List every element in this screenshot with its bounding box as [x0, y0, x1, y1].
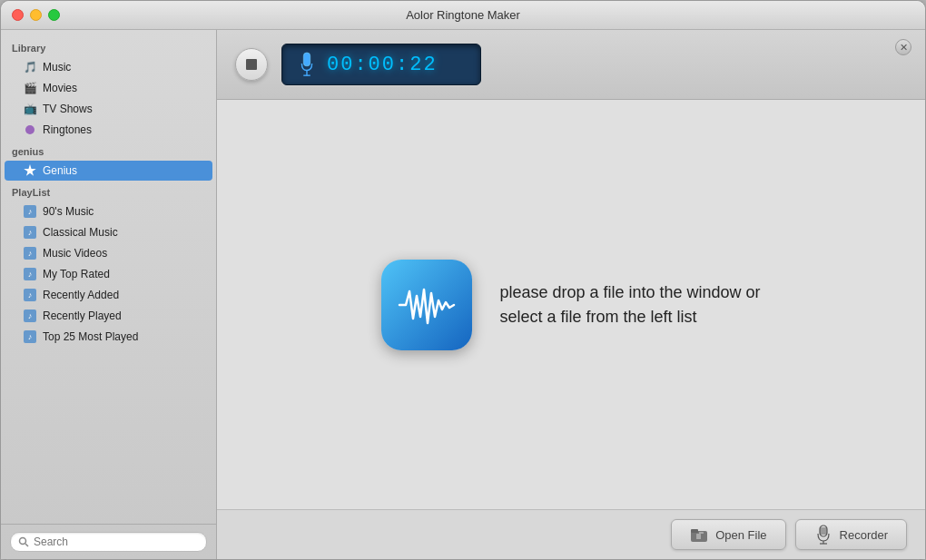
music-icon: 🎵	[23, 60, 37, 74]
svg-point-0	[20, 538, 26, 545]
right-panel: ✕ 00:00:22	[217, 30, 925, 559]
stop-icon	[246, 59, 257, 70]
sidebar-item-recently-added-label: Recently Added	[43, 289, 119, 301]
recorder-label: Recorder	[840, 528, 888, 542]
drop-message: please drop a file into the window or se…	[499, 280, 760, 329]
search-icon	[18, 536, 29, 547]
ringtone-icon	[23, 123, 37, 137]
mic-indicator	[300, 52, 313, 77]
sidebar-item-recently-added[interactable]: ♪ Recently Added	[5, 285, 212, 305]
sidebar-item-top25-label: Top 25 Most Played	[43, 330, 138, 343]
sidebar-item-music[interactable]: 🎵 Music	[5, 57, 212, 77]
close-button[interactable]	[12, 9, 24, 21]
library-header: Library	[1, 37, 216, 56]
sidebar-scroll: Library 🎵 Music 🎬 Movies 📺 TV Shows	[1, 30, 216, 524]
app-window: Aolor Ringtone Maker Library 🎵 Music 🎬 M…	[0, 0, 926, 560]
maximize-button[interactable]	[48, 9, 60, 21]
waveform-icon	[395, 282, 458, 328]
open-file-label: Open File	[715, 528, 766, 542]
main-content: Library 🎵 Music 🎬 Movies 📺 TV Shows	[1, 30, 925, 559]
drop-message-line1: please drop a file into the window or	[499, 283, 760, 301]
sidebar-item-classical-label: Classical Music	[43, 226, 118, 239]
folder-music-icon	[690, 526, 708, 543]
drop-zone: please drop a file into the window or se…	[217, 100, 925, 509]
playlist-icon-recently-played: ♪	[23, 309, 37, 323]
sidebar-item-classical[interactable]: ♪ Classical Music	[5, 222, 212, 242]
sidebar-item-top25[interactable]: ♪ Top 25 Most Played	[5, 327, 212, 347]
playlist-icon-classical: ♪	[23, 225, 37, 240]
open-file-icon	[690, 526, 708, 544]
genius-header: genius	[1, 141, 216, 160]
recorder-button[interactable]: Recorder	[795, 519, 907, 550]
title-bar: Aolor Ringtone Maker	[1, 1, 925, 30]
open-file-button[interactable]: Open File	[671, 519, 785, 550]
sidebar-item-top-rated[interactable]: ♪ My Top Rated	[5, 264, 212, 284]
window-title: Aolor Ringtone Maker	[406, 8, 520, 22]
svg-rect-10	[820, 526, 827, 536]
playlist-icon-videos: ♪	[23, 246, 37, 260]
sidebar-item-recently-played-label: Recently Played	[43, 309, 122, 322]
mic-display-icon	[300, 52, 314, 77]
sidebar-item-movies-label: Movies	[43, 82, 77, 94]
bottom-toolbar: Open File	[217, 509, 925, 559]
playlist-icon-90s: ♪	[23, 204, 37, 219]
playlist-icon-recently-added: ♪	[23, 288, 37, 302]
sidebar-item-music-label: Music	[43, 61, 71, 74]
svg-rect-6	[691, 529, 698, 533]
sidebar-item-movies[interactable]: 🎬 Movies	[5, 78, 212, 98]
tv-icon: 📺	[23, 102, 37, 116]
time-display: 00:00:22	[327, 54, 438, 76]
drop-message-line2: select a file from the left list	[499, 308, 696, 326]
sidebar-item-90s-label: 90's Music	[43, 205, 94, 218]
playlist-icon-top-rated: ♪	[23, 267, 37, 281]
sidebar-item-ringtones[interactable]: Ringtones	[5, 120, 212, 140]
display-screen: 00:00:22	[281, 44, 481, 85]
sidebar-item-genius-label: Genius	[43, 164, 77, 177]
close-x-icon: ✕	[900, 42, 908, 54]
search-input[interactable]	[34, 535, 199, 548]
sidebar-item-music-videos[interactable]: ♪ Music Videos	[5, 243, 212, 263]
player-close-button[interactable]: ✕	[895, 39, 911, 55]
sidebar-item-tvshows[interactable]: 📺 TV Shows	[5, 99, 212, 119]
svg-line-1	[25, 544, 28, 546]
playlist-icon-top25: ♪	[23, 329, 37, 344]
sidebar-item-tvshows-label: TV Shows	[43, 103, 93, 115]
sidebar-item-90s[interactable]: ♪ 90's Music	[5, 201, 212, 221]
playlist-header: PlayList	[1, 182, 216, 201]
minimize-button[interactable]	[30, 9, 42, 21]
genius-star-icon	[23, 163, 37, 178]
app-icon	[381, 260, 472, 350]
sidebar: Library 🎵 Music 🎬 Movies 📺 TV Shows	[1, 30, 217, 559]
sidebar-item-music-videos-label: Music Videos	[43, 247, 107, 260]
player-area: ✕ 00:00:22	[217, 30, 925, 100]
traffic-lights	[12, 9, 60, 21]
sidebar-item-genius[interactable]: Genius	[5, 161, 212, 181]
mic-recorder-icon	[816, 525, 831, 545]
search-box[interactable]	[10, 532, 207, 552]
recorder-icon	[814, 526, 832, 544]
stop-button[interactable]	[235, 48, 268, 81]
sidebar-item-top-rated-label: My Top Rated	[43, 268, 110, 280]
search-area	[1, 524, 216, 559]
sidebar-item-recently-played[interactable]: ♪ Recently Played	[5, 306, 212, 326]
sidebar-item-ringtones-label: Ringtones	[43, 123, 92, 136]
svg-rect-7	[696, 534, 701, 539]
film-icon: 🎬	[23, 81, 37, 95]
svg-rect-2	[303, 53, 310, 66]
